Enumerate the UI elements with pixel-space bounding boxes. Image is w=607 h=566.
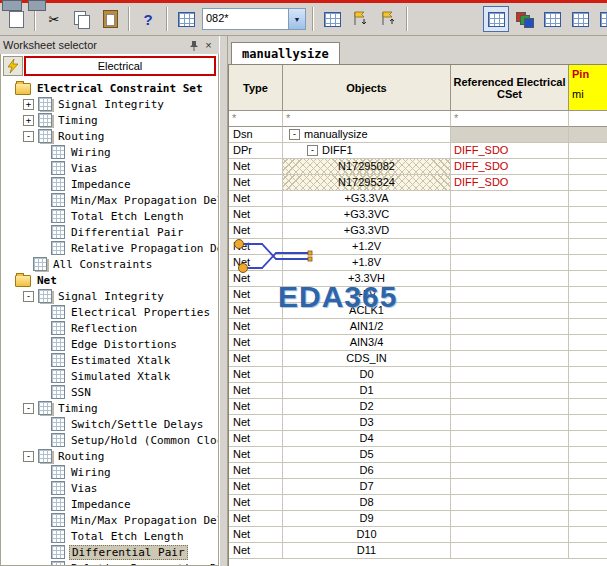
referenced-cset-cell[interactable] [451,127,569,143]
type-cell[interactable]: Net [229,367,283,383]
type-cell[interactable]: Net [229,191,283,207]
type-cell[interactable]: Net [229,431,283,447]
referenced-cset-cell[interactable] [451,479,569,495]
tree-item[interactable]: Electrical Properties [1,304,218,320]
objects-cell[interactable]: +G3.3VC [283,207,451,223]
tree-item[interactable]: Differential Pair [1,224,218,240]
referenced-cset-cell[interactable] [451,335,569,351]
pin-cell[interactable] [569,319,607,335]
pin-cell[interactable] [569,527,607,543]
pin-cell[interactable] [569,287,607,303]
pin-cell[interactable] [569,511,607,527]
chevron-down-icon[interactable]: ▼ [288,9,305,29]
type-cell[interactable]: Net [229,207,283,223]
type-cell[interactable]: Net [229,543,283,559]
objects-cell[interactable]: -manuallysize [283,127,451,143]
tree-item[interactable]: Relative Propagation De [1,560,218,565]
referenced-cset-cell[interactable] [451,399,569,415]
referenced-cset-cell[interactable] [451,415,569,431]
tree-item[interactable]: Min/Max Propagation Del [1,512,218,528]
type-cell[interactable]: Net [229,463,283,479]
extra-table-button[interactable] [595,6,607,32]
pin-cell[interactable] [569,415,607,431]
tree-item[interactable]: Setup/Hold (Common Cloc [1,432,218,448]
prev-bookmark-button[interactable] [375,6,401,32]
help-button[interactable]: ? [135,6,161,32]
tree-item[interactable]: Wiring [1,144,218,160]
type-cell[interactable]: Net [229,415,283,431]
referenced-cset-cell[interactable]: DIFF_SDO [451,143,569,159]
search-combo[interactable]: 082* ▼ [202,8,306,30]
objects-cell[interactable]: D9 [283,511,451,527]
search-combo-value[interactable]: 082* [203,9,288,29]
objects-cell[interactable]: D6 [283,463,451,479]
add-table-button[interactable] [539,6,565,32]
filter-cell-pin[interactable] [569,111,607,127]
tree-item[interactable]: +Signal Integrity [1,96,218,112]
tree-item[interactable]: Switch/Settle Delays [1,416,218,432]
objects-cell[interactable]: D0 [283,367,451,383]
show-worksheet-button[interactable] [483,6,509,32]
next-bookmark-button[interactable] [347,6,373,32]
referenced-cset-cell[interactable] [451,431,569,447]
filter-cell-referenced[interactable]: * [451,111,569,127]
type-cell[interactable]: Net [229,335,283,351]
filter-cell-type[interactable]: * [229,111,283,127]
referenced-cset-cell[interactable] [451,543,569,559]
paste-button[interactable] [97,6,123,32]
type-cell[interactable]: Net [229,511,283,527]
collapse-icon[interactable]: - [289,129,300,140]
tree-item[interactable]: Edge Distortions [1,336,218,352]
pin-cell[interactable] [569,239,607,255]
objects-cell[interactable]: D5 [283,447,451,463]
referenced-cset-cell[interactable] [451,463,569,479]
column-header-pin[interactable]: Pin mi [569,65,607,111]
pin-cell[interactable] [569,431,607,447]
tree-item[interactable]: Total Etch Length [1,208,218,224]
type-cell[interactable]: Net [229,159,283,175]
find-worksheet-button[interactable] [173,6,199,32]
type-cell[interactable]: Net [229,399,283,415]
type-cell[interactable]: Net [229,527,283,543]
objects-cell[interactable]: AIN3/4 [283,335,451,351]
tree-item[interactable]: -Timing [1,400,218,416]
pin-cell[interactable] [569,143,607,159]
pin-cell[interactable] [569,271,607,287]
tree-item[interactable]: Vias [1,160,218,176]
color-settings-button[interactable] [511,6,537,32]
referenced-cset-cell[interactable] [451,303,569,319]
objects-cell[interactable]: +G3.3VA [283,191,451,207]
tree-item[interactable]: All Constraints [1,256,218,272]
type-cell[interactable]: Net [229,287,283,303]
type-cell[interactable]: DPr [229,143,283,159]
expand-icon[interactable]: + [23,99,34,110]
pin-cell[interactable] [569,207,607,223]
objects-cell[interactable]: D2 [283,399,451,415]
pin-cell[interactable] [569,159,607,175]
electrical-domain-box[interactable] [3,56,23,76]
referenced-cset-cell[interactable] [451,351,569,367]
referenced-cset-cell[interactable] [451,287,569,303]
expand-icon[interactable]: + [23,115,34,126]
objects-cell[interactable]: D4 [283,431,451,447]
tree-item[interactable]: Vias [1,480,218,496]
collapse-icon[interactable]: - [23,451,34,462]
collapse-icon[interactable]: - [23,291,34,302]
tree-item[interactable]: -Routing [1,448,218,464]
pin-cell[interactable] [569,223,607,239]
tree-item[interactable]: Impedance [1,176,218,192]
referenced-cset-cell[interactable] [451,255,569,271]
delete-table-button[interactable] [567,6,593,32]
objects-cell[interactable]: D1 [283,383,451,399]
pin-cell[interactable] [569,479,607,495]
copy-button[interactable] [69,6,95,32]
referenced-cset-cell[interactable] [451,447,569,463]
referenced-cset-cell[interactable] [451,511,569,527]
close-button[interactable]: × [201,38,216,52]
objects-cell[interactable]: N17295082 [283,159,451,175]
tree-item[interactable]: SSN [1,384,218,400]
referenced-cset-cell[interactable] [451,191,569,207]
objects-cell[interactable]: D8 [283,495,451,511]
tree-item[interactable]: Estimated Xtalk [1,352,218,368]
referenced-cset-cell[interactable]: DIFF_SDO [451,159,569,175]
